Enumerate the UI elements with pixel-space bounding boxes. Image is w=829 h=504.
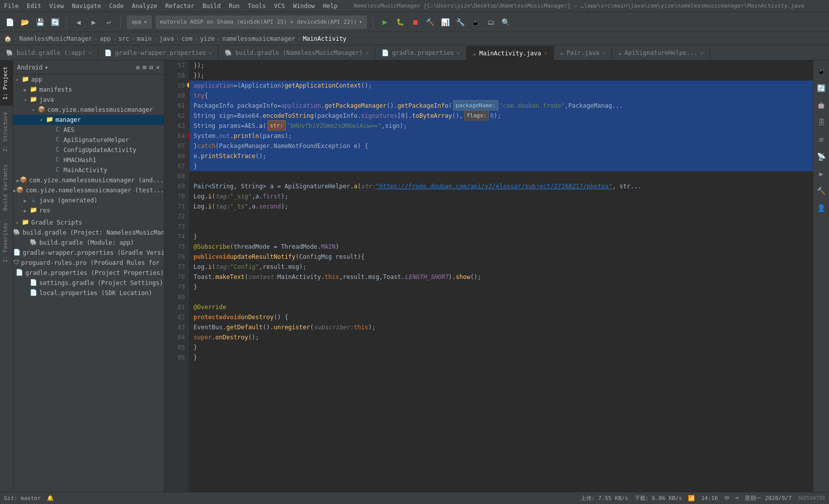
tree-gradle-props[interactable]: 📄 gradle.properties (Project Properties) (13, 268, 164, 278)
tree-package-and[interactable]: ▶ 📦 com.yize.namelessmusicmanager (and..… (13, 175, 164, 185)
profile-icon[interactable]: 📊 (440, 17, 451, 28)
sdk-icon[interactable]: 🔧 (455, 17, 466, 28)
android-profiler-icon[interactable]: 🤖 (815, 99, 828, 112)
menu-vcs[interactable]: VCS (274, 3, 285, 10)
device-manager-icon[interactable]: 📱 (815, 64, 828, 78)
gear-icon[interactable]: ⚙ (136, 64, 140, 71)
tree-package-main[interactable]: ▾ 📦 com.yize.namelessmusicmanager (13, 105, 164, 115)
left-tab-project[interactable]: 1: Project (0, 60, 13, 106)
tree-manager-folder[interactable]: ▾ 📁 manager (13, 115, 164, 125)
bc-app[interactable]: app (100, 35, 111, 42)
run-panel-icon[interactable]: ▶ (815, 167, 828, 180)
keyboard-layout[interactable]: ⌨ (736, 495, 739, 501)
tab-close-nmm[interactable]: × (366, 50, 369, 56)
menu-file[interactable]: File (4, 3, 19, 10)
tab-gradle-props[interactable]: 📄 gradle.properties × (375, 46, 467, 60)
tab-close-main[interactable]: × (544, 50, 547, 56)
search-icon[interactable]: 🔍 (500, 17, 512, 28)
avd-icon[interactable]: 📱 (470, 17, 481, 28)
app-dropdown[interactable]: app ▾ (127, 16, 152, 29)
tree-package-test[interactable]: ▶ 📦 com.yize.namelessmusicmanager (test.… (13, 185, 164, 195)
tree-mainactivity[interactable]: C MainActivity (13, 165, 164, 175)
tab-build-gradle-nmm[interactable]: 🐘 build.gradle (NamelessMusicManager) × (219, 46, 375, 60)
run-icon[interactable]: ▶ (379, 17, 391, 28)
database-inspector-icon[interactable]: 🗄 (815, 116, 828, 129)
expand-icon[interactable]: ⊞ (143, 64, 146, 71)
forward-icon[interactable]: ▶ (88, 17, 99, 28)
bc-java[interactable]: java (159, 35, 174, 42)
git-status[interactable]: Git: master (4, 495, 41, 501)
tab-mainactivity[interactable]: ☕ MainActivity.java × (467, 46, 554, 60)
tree-settings-gradle[interactable]: 📄 settings.gradle (Project Settings) (13, 278, 164, 288)
code-lines[interactable]: }); }); application=(Application)getAppl… (189, 60, 813, 493)
tree-apisig[interactable]: C ApiSignatureHelper (13, 135, 164, 145)
collapse-icon[interactable]: ⊟ (150, 64, 153, 71)
menu-navigate[interactable]: Navigate (72, 3, 101, 10)
chinese-input[interactable]: 中 (724, 494, 730, 502)
menu-help[interactable]: Help (323, 3, 338, 10)
tab-close-pair[interactable]: × (602, 50, 605, 56)
tree-java-gen[interactable]: ▶ ☕ java (generated) (13, 195, 164, 205)
build-icon[interactable]: 🔨 (425, 17, 436, 28)
event-log[interactable]: 🔔 (47, 495, 54, 501)
tree-build-gradle-project[interactable]: 🐘 build.gradle (Project: NamelessMusicMa… (13, 228, 164, 238)
new-file-icon[interactable]: 📄 (4, 17, 15, 28)
tree-hmac[interactable]: C HMACHash1 (13, 155, 164, 165)
left-tab-build-variants[interactable]: Build Variants (0, 158, 13, 217)
tree-gradle-scripts[interactable]: ▾ 📁 Gradle Scripts (13, 218, 164, 228)
tree-java[interactable]: ▾ 📁 java (13, 95, 164, 105)
back-icon[interactable]: ◀ (73, 17, 84, 28)
sync-manager-icon[interactable]: 🔄 (815, 82, 828, 95)
tree-build-gradle-module[interactable]: 🐘 build.gradle (Module: app) (13, 238, 164, 248)
tab-gradle-wrapper[interactable]: 📄 gradle-wrapper.properties × (98, 46, 219, 60)
tab-close-gprops[interactable]: × (457, 50, 460, 56)
tab-close-build[interactable]: × (89, 50, 92, 56)
bc-mainactivity[interactable]: MainActivity (303, 35, 347, 42)
tab-build-gradle-app[interactable]: 🐘 build.gradle (:app) × (0, 46, 98, 60)
menu-window[interactable]: Window (293, 3, 314, 10)
bc-main[interactable]: main (137, 35, 152, 42)
user-icon[interactable]: 👤 (815, 201, 828, 214)
memory-indicator[interactable]: 368594799 (798, 495, 825, 501)
open-icon[interactable]: 📂 (19, 17, 30, 28)
tree-proguard[interactable]: 🛡 proguard-rules.pro (ProGuard Rules for… (13, 258, 164, 268)
tab-close-wrapper[interactable]: × (209, 50, 212, 56)
bc-root[interactable]: 🏠 (4, 35, 12, 42)
bc-project[interactable]: NamelessMusicManager (19, 35, 92, 42)
tree-manifests[interactable]: ▶ 📁 manifests (13, 85, 164, 95)
stop-icon[interactable]: ⏹ (410, 17, 421, 28)
bc-com[interactable]: com (181, 35, 193, 42)
left-tab-structure[interactable]: Z: Structure (0, 106, 13, 158)
menu-run[interactable]: Run (229, 3, 240, 10)
close-sidebar-icon[interactable]: × (156, 64, 160, 71)
project-structure-icon[interactable]: 🗂 (485, 17, 496, 28)
left-tab-favorites[interactable]: 2: Favorites (0, 217, 13, 268)
bc-src[interactable]: src (118, 35, 130, 42)
bc-nmm[interactable]: namelessmusicmanager (222, 35, 295, 42)
tab-pair[interactable]: ☕ Pair.java × (554, 46, 612, 60)
network-icon[interactable]: 📡 (815, 150, 828, 163)
menu-build[interactable]: Build (203, 3, 221, 10)
android-dropdown[interactable]: ▾ (45, 64, 48, 71)
url-link[interactable]: "https://frodo.douban.com/api/v2/elessar… (375, 181, 612, 191)
menu-tools[interactable]: Tools (248, 3, 266, 10)
menu-view[interactable]: View (49, 3, 64, 10)
tree-gradle-wrapper-props[interactable]: 📄 gradle-wrapper.properties (Gradle Vers… (13, 248, 164, 258)
tree-local-props[interactable]: 📄 local.properties (SDK Location) (13, 288, 164, 298)
menu-analyze[interactable]: Analyze (132, 3, 157, 10)
terminal-icon[interactable]: ⊞ (815, 133, 828, 146)
debug-icon[interactable]: 🐛 (395, 17, 406, 28)
device-dropdown[interactable]: motorola AOSP on Shama (minSdk(API 25) >… (156, 16, 367, 29)
tree-app[interactable]: ▾ 📁 app (13, 75, 164, 85)
build-panel-icon[interactable]: 🔨 (815, 184, 828, 197)
undo-icon[interactable]: ↩ (103, 17, 114, 28)
bc-yize[interactable]: yize (200, 35, 215, 42)
menu-refactor[interactable]: Refactor (165, 3, 195, 10)
tree-aes[interactable]: C AES (13, 125, 164, 135)
save-icon[interactable]: 💾 (34, 17, 45, 28)
tree-configupdate[interactable]: C ConfigUpdateActivity (13, 145, 164, 155)
tree-res[interactable]: ▶ 📁 res (13, 205, 164, 215)
menu-code[interactable]: Code (109, 3, 124, 10)
sync-icon[interactable]: 🔄 (49, 17, 60, 28)
tab-close-apisig[interactable]: × (700, 50, 704, 56)
